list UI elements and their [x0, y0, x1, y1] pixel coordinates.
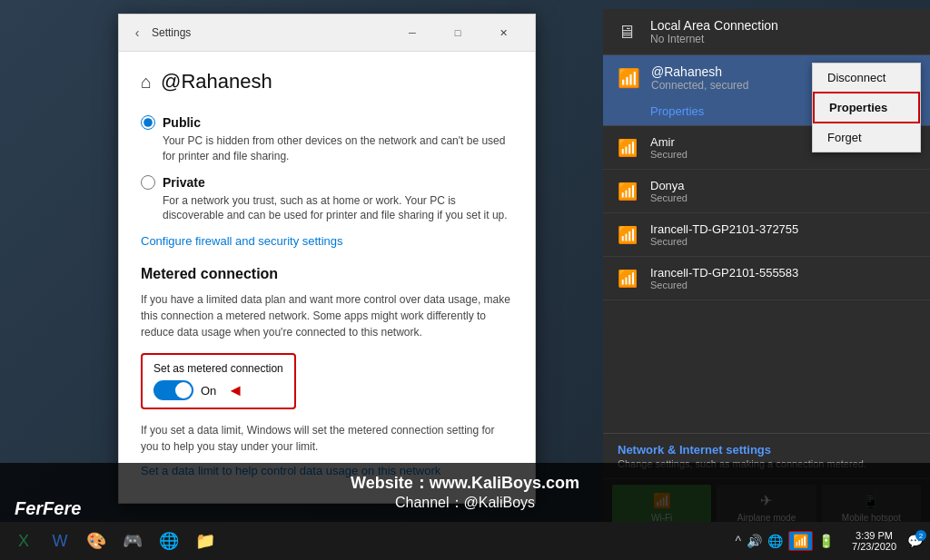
network-donya[interactable]: 📶 Donya Secured	[603, 170, 930, 213]
close-button[interactable]: ✕	[482, 20, 524, 45]
clock-date: 7/23/2020	[852, 541, 896, 552]
notification-icon[interactable]: 💬 2	[907, 534, 923, 548]
disconnect-menu-item[interactable]: Disconnect	[813, 64, 920, 92]
home-icon: ⌂	[141, 72, 152, 93]
excel-icon: X	[18, 532, 29, 551]
overlay-brand: FerFere	[15, 498, 81, 519]
wifi-text-irancell2: Irancell-TD-GP2101-555583 Secured	[650, 266, 798, 290]
network-irancell2[interactable]: 📶 Irancell-TD-GP2101-555583 Secured	[603, 257, 930, 300]
titlebar: ‹ Settings ─ □ ✕	[119, 15, 535, 52]
page-title: @Rahanesh	[161, 70, 272, 93]
wifi-name-irancell2: Irancell-TD-GP2101-555583	[650, 266, 798, 280]
notification-badge: 2	[915, 530, 926, 541]
taskbar-right: ^ 🔊 🌐 📶 🔋 3:39 PM 7/23/2020 💬 2	[727, 527, 930, 555]
forget-menu-item[interactable]: Forget	[813, 123, 920, 152]
tray-battery-icon[interactable]: 🔋	[818, 534, 834, 548]
clock-time: 3:39 PM	[856, 530, 893, 541]
overlay-website: Website：www.KaliBoys.com	[0, 472, 930, 494]
wifi-connected-subtitle: Connected, secured	[651, 79, 748, 92]
public-option-group: Public Your PC is hidden from other devi…	[141, 115, 513, 164]
wifi-icon-irancell1: 📶	[618, 225, 639, 245]
lan-icon: 🖥	[618, 22, 639, 43]
wifi-connected-section: 📶 @Rahanesh Connected, secured Propertie…	[603, 55, 930, 125]
system-clock[interactable]: 3:39 PM 7/23/2020	[845, 528, 904, 554]
titlebar-left: ‹ Settings	[130, 25, 191, 40]
wifi-connected-icon: 📶	[618, 67, 640, 89]
wifi-icon-donya: 📶	[618, 182, 639, 201]
private-radio[interactable]	[141, 175, 155, 190]
tray-wifi-icon[interactable]: 📶	[788, 531, 813, 551]
red-arrow-icon: ◄	[227, 381, 243, 400]
settings-window: ‹ Settings ─ □ ✕ ⌂ @Rahanesh Public Your…	[118, 14, 536, 504]
net-settings-title[interactable]: Network & Internet settings	[618, 443, 915, 457]
toggle-on-label: On	[201, 384, 216, 398]
settings-header: ⌂ @Rahanesh	[141, 70, 513, 93]
wifi-connected-title: @Rahanesh	[651, 64, 748, 79]
wifi-status-donya: Secured	[650, 192, 688, 203]
private-description: For a network you trust, such as at home…	[163, 193, 513, 224]
tray-network-icon[interactable]: 🌐	[767, 534, 783, 548]
metered-toggle[interactable]	[153, 380, 193, 400]
wifi-status-amir: Secured	[650, 149, 688, 160]
explorer-icon: 📁	[195, 531, 215, 551]
metered-heading: Metered connection	[141, 266, 513, 282]
network-irancell1[interactable]: 📶 Irancell-TD-GP2101-372755 Secured	[603, 213, 930, 257]
taskbar-explorer-icon[interactable]: 📁	[189, 525, 222, 557]
wifi-name-irancell1: Irancell-TD-GP2101-372755	[650, 222, 798, 236]
settings-content: ⌂ @Rahanesh Public Your PC is hidden fro…	[119, 52, 535, 503]
wifi-text-amir: Amir Secured	[650, 135, 688, 160]
properties-menu-item[interactable]: Properties	[813, 92, 920, 123]
titlebar-controls: ─ □ ✕	[391, 20, 524, 45]
metered-toggle-box: Set as metered connection On ◄	[141, 353, 296, 409]
wifi-status-irancell2: Secured	[650, 280, 798, 290]
minimize-button[interactable]: ─	[391, 20, 433, 45]
back-button[interactable]: ‹	[130, 25, 144, 40]
wifi-status-irancell1: Secured	[650, 236, 798, 247]
lan-item[interactable]: 🖥 Local Area Connection No Internet	[603, 9, 930, 54]
desktop: ‹ Settings ─ □ ✕ ⌂ @Rahanesh Public Your…	[0, 0, 930, 560]
window-title: Settings	[152, 26, 191, 39]
wifi-text-donya: Donya Secured	[650, 179, 688, 203]
public-label: Public	[163, 115, 201, 130]
taskbar-browser-icon[interactable]: 🌐	[153, 525, 185, 557]
taskbar: X W 🎨 🎮 🌐 📁 ^ 🔊 🌐 📶	[0, 522, 930, 560]
metered-description: If you have a limited data plan and want…	[141, 291, 513, 340]
wifi-name-amir: Amir	[650, 135, 688, 149]
public-radio-option[interactable]: Public	[141, 115, 513, 130]
wifi-name-donya: Donya	[650, 179, 688, 192]
firewall-link[interactable]: Configure firewall and security settings	[141, 234, 513, 248]
lan-title: Local Area Connection	[650, 18, 778, 33]
word-icon: W	[53, 532, 68, 551]
paint-icon: 🎨	[86, 531, 106, 551]
network-panel: 🖥 Local Area Connection No Internet 📶 @R…	[603, 9, 930, 535]
taskbar-game-icon[interactable]: 🎮	[116, 525, 149, 557]
overlay-channel: Channel：@KaliBoys	[0, 494, 930, 513]
context-menu: Disconnect Properties Forget	[812, 63, 921, 152]
set-metered-label: Set as metered connection	[153, 362, 283, 375]
system-tray: ^ 🔊 🌐 📶 🔋	[727, 527, 841, 555]
public-radio[interactable]	[141, 115, 155, 130]
wifi-text-irancell1: Irancell-TD-GP2101-372755 Secured	[650, 222, 798, 247]
private-option-group: Private For a network you trust, such as…	[141, 175, 513, 224]
limit-note: If you set a data limit, Windows will se…	[141, 422, 513, 455]
browser-icon: 🌐	[159, 531, 179, 551]
taskbar-excel-icon[interactable]: X	[7, 525, 40, 557]
toggle-row: On ◄	[153, 380, 283, 400]
wifi-connected-text: @Rahanesh Connected, secured	[651, 64, 748, 92]
lan-subtitle: No Internet	[650, 33, 778, 45]
game-icon: 🎮	[123, 531, 143, 551]
private-radio-option[interactable]: Private	[141, 175, 513, 190]
private-label: Private	[163, 175, 205, 190]
taskbar-left: X W 🎨 🎮 🌐 📁	[0, 525, 222, 557]
tray-arrow-icon[interactable]: ^	[735, 534, 741, 548]
wifi-icon-irancell2: 📶	[618, 269, 639, 289]
bottom-overlay: Website：www.KaliBoys.com Channel：@KaliBo…	[0, 463, 930, 522]
taskbar-paint-icon[interactable]: 🎨	[80, 525, 113, 557]
taskbar-word-icon[interactable]: W	[44, 525, 76, 557]
public-description: Your PC is hidden from other devices on …	[163, 133, 513, 164]
lan-text: Local Area Connection No Internet	[650, 18, 778, 45]
tray-volume-icon[interactable]: 🔊	[747, 534, 762, 548]
maximize-button[interactable]: □	[437, 20, 479, 45]
wifi-icon-amir: 📶	[618, 138, 639, 158]
